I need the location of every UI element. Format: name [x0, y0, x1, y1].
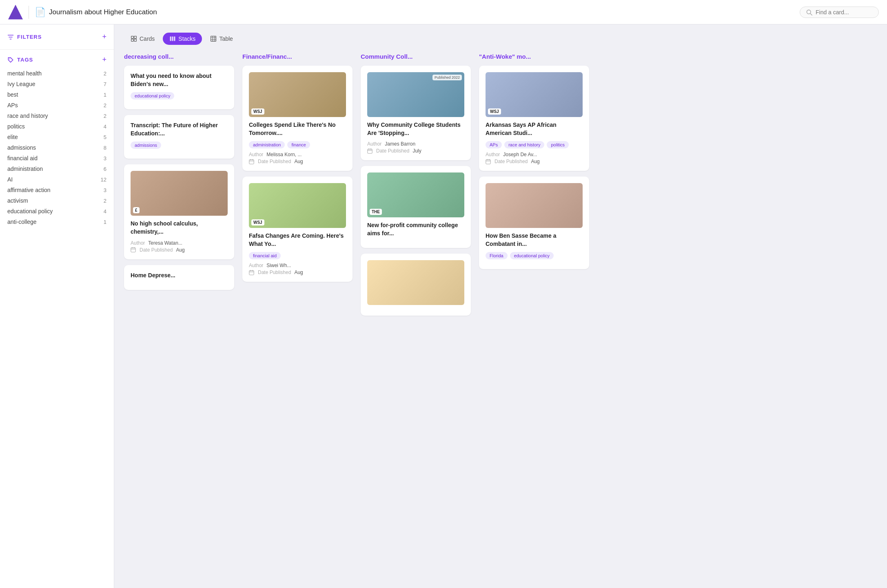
stack-column: "Anti-Woke" mo...WSJArkansas Says AP Afr…	[479, 53, 589, 275]
card[interactable]: Published 2022Why Community College Stud…	[361, 66, 471, 160]
card[interactable]: Transcript: The Future of Higher Educati…	[124, 115, 234, 159]
search-input[interactable]	[816, 9, 873, 15]
sidebar-tag-item[interactable]: administration6	[0, 164, 114, 174]
tag-name: best	[7, 91, 18, 98]
card[interactable]	[361, 254, 471, 316]
sidebar-tag-item[interactable]: anti-college1	[0, 217, 114, 227]
card-image	[486, 183, 583, 228]
sidebar-tag-item[interactable]: mental health2	[0, 68, 114, 79]
svg-rect-7	[170, 36, 171, 41]
tag-count: 7	[104, 81, 106, 87]
card-tag[interactable]: finance	[287, 141, 310, 148]
sidebar-tag-item[interactable]: activism2	[0, 195, 114, 206]
card[interactable]: Home Deprese...	[124, 265, 234, 290]
add-tag-button[interactable]: +	[102, 55, 106, 64]
date-label: Date Published	[495, 159, 528, 164]
date-value: Aug	[294, 270, 303, 275]
card-image: WSJ	[249, 183, 346, 228]
sidebar-tag-item[interactable]: AI12	[0, 174, 114, 185]
author-label: Author	[367, 141, 381, 147]
app-layout: FILTERS + TAGS + mental health2Ivy Leagu…	[0, 24, 887, 588]
search-icon	[806, 9, 812, 15]
page-title: Journalism about Higher Education	[49, 8, 157, 16]
card-image-logo: £	[133, 207, 140, 213]
card-image: Published 2022	[367, 72, 464, 117]
card-tag[interactable]: financial aid	[249, 252, 281, 259]
author-value: Siwei Wh...	[266, 263, 291, 268]
sidebar-tag-item[interactable]: race and history2	[0, 111, 114, 121]
card-tag[interactable]: APs	[486, 141, 502, 148]
sidebar: FILTERS + TAGS + mental health2Ivy Leagu…	[0, 24, 114, 588]
author-value: Joseph De Av...	[503, 152, 537, 157]
tag-count: 3	[104, 187, 106, 193]
card-title: Why Community College Students Are 'Stop…	[367, 121, 464, 137]
sidebar-tag-item[interactable]: financial aid3	[0, 153, 114, 164]
card-tag[interactable]: educational policy	[131, 92, 174, 99]
card[interactable]: THENew for-profit community college aims…	[361, 166, 471, 248]
tags-list: mental health2Ivy League7best1APs2race a…	[0, 68, 114, 227]
tag-count: 3	[104, 155, 106, 161]
search-box[interactable]	[800, 7, 879, 18]
tags-title: TAGS	[7, 57, 33, 63]
card-title: Transcript: The Future of Higher Educati…	[131, 122, 228, 137]
cards-view-button[interactable]: Cards	[124, 33, 161, 45]
app-logo	[8, 5, 23, 20]
tag-count: 4	[104, 124, 106, 130]
sidebar-tag-item[interactable]: Ivy League7	[0, 79, 114, 89]
svg-rect-27	[368, 149, 372, 153]
sidebar-tag-item[interactable]: politics4	[0, 121, 114, 132]
calendar-icon	[249, 159, 254, 164]
sidebar-tag-item[interactable]: admissions8	[0, 142, 114, 153]
card-image: £	[131, 171, 228, 216]
card-tag[interactable]: politics	[547, 141, 569, 148]
card-tag[interactable]: educational policy	[510, 252, 554, 259]
tag-name: administration	[7, 166, 43, 172]
tag-count: 2	[104, 102, 106, 108]
card[interactable]: £No high school calculus, chemistry,...A…	[124, 164, 234, 259]
card-tag[interactable]: race and history	[504, 141, 544, 148]
card-tag[interactable]: admissions	[131, 141, 161, 149]
card-image-logo: THE	[370, 209, 382, 215]
card-tag[interactable]: Florida	[486, 252, 508, 259]
date-label: Date Published	[376, 148, 409, 154]
card-image	[367, 260, 464, 305]
card-tags: administrationfinance	[249, 141, 346, 148]
cards-icon	[131, 35, 137, 42]
table-icon	[210, 35, 217, 42]
author-value: Melissa Korn, ...	[266, 152, 302, 157]
sidebar-tag-item[interactable]: educational policy4	[0, 206, 114, 217]
sidebar-tag-item[interactable]: elite5	[0, 132, 114, 142]
sidebar-tag-item[interactable]: affirmative action3	[0, 185, 114, 195]
sidebar-tag-item[interactable]: best1	[0, 89, 114, 100]
add-filter-button[interactable]: +	[102, 33, 106, 41]
card[interactable]: WSJFafsa Changes Are Coming. Here's What…	[242, 177, 353, 282]
author-label: Author	[249, 152, 263, 157]
card-image-logo: WSJ	[251, 219, 264, 225]
card-meta: AuthorJoseph De Av... Date Published Aug	[486, 152, 583, 164]
card-title: Fafsa Changes Are Coming. Here's What Yo…	[249, 232, 346, 248]
tag-name: affirmative action	[7, 187, 51, 193]
card[interactable]: What you need to know about Biden's new.…	[124, 66, 234, 109]
table-view-button[interactable]: Table	[204, 33, 239, 45]
tag-name: AI	[7, 176, 13, 183]
card-date-row: Date Published Aug	[249, 159, 346, 164]
sidebar-tag-item[interactable]: APs2	[0, 100, 114, 111]
stack-column-title: Finance/Financ...	[242, 53, 353, 60]
card[interactable]: WSJColleges Spend Like There's No Tomorr…	[242, 66, 353, 171]
card-author-row: AuthorJames Barron	[367, 141, 464, 147]
card-meta: AuthorTeresa Watan... Date Published Aug	[131, 240, 228, 253]
topbar: 📄 Journalism about Higher Education	[0, 0, 887, 24]
card-meta: AuthorSiwei Wh... Date Published Aug	[249, 263, 346, 275]
card[interactable]: How Ben Sasse Became a Combatant in...Fl…	[479, 177, 589, 269]
svg-rect-6	[134, 39, 137, 42]
card-title: How Ben Sasse Became a Combatant in...	[486, 232, 583, 248]
topbar-divider	[29, 6, 29, 19]
card-tags: educational policy	[131, 92, 228, 99]
tag-count: 8	[104, 145, 106, 151]
stacks-view-button[interactable]: Stacks	[163, 33, 202, 45]
card-tag[interactable]: administration	[249, 141, 285, 148]
card[interactable]: WSJArkansas Says AP African American Stu…	[479, 66, 589, 171]
author-value: James Barron	[385, 141, 415, 147]
tag-name: financial aid	[7, 155, 38, 161]
calendar-icon	[486, 159, 491, 164]
